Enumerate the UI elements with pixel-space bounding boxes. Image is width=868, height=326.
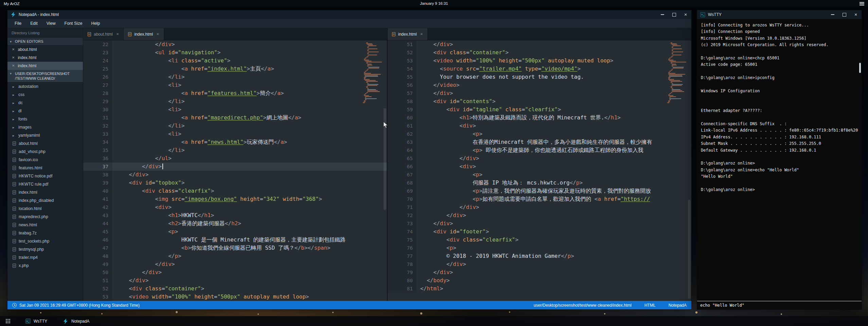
menu-item-font-size[interactable]: Font Size <box>60 19 87 28</box>
file-item[interactable]: index.html <box>7 188 83 196</box>
code-text: </div> <box>112 268 162 276</box>
file-item[interactable]: trailer.mp4 <box>7 253 83 262</box>
wstty-titlebar[interactable]: WsTTY ✕ <box>697 10 862 19</box>
file-item[interactable]: HKWTC rule.pdf <box>7 180 83 188</box>
code-editor-left[interactable]: 22 </div>23 <ul id="navigation">24 <li c… <box>83 40 387 301</box>
folder-item[interactable]: ▸fonts <box>7 115 83 123</box>
line-number: 38 <box>83 171 112 179</box>
file-item[interactable]: test_sockets.php <box>7 237 83 245</box>
open-editor-item[interactable]: ✕about.html <box>7 45 83 54</box>
mouse-cursor <box>383 121 389 129</box>
file-icon <box>13 215 16 219</box>
file-item[interactable]: about.html <box>7 139 83 148</box>
menu-item-file[interactable]: File <box>10 19 26 28</box>
code-line: 30 <li> <box>83 106 387 114</box>
line-number: 30 <box>83 106 112 114</box>
folder-item[interactable]: ▸dl <box>7 107 83 115</box>
code-text: <img src="images/box.png" height="342" w… <box>112 195 322 203</box>
taskbar-item-notepada[interactable]: NotepadA <box>61 316 91 326</box>
terminal-line: Subnet Mask . . . . . . . . . . . : 255.… <box>701 140 859 147</box>
file-item[interactable]: news.html <box>7 221 83 229</box>
tab-index.html[interactable]: index.html✕ <box>124 28 164 40</box>
code-line: 72 </div> <box>388 211 691 219</box>
line-number: 69 <box>388 187 417 195</box>
code-line: 46 HKWTC 是一個 Minecraft 的建築伺服器，主要建築計劃包括鐵路 <box>83 236 387 244</box>
folder-item[interactable]: ▸yamlyamlml <box>7 131 83 139</box>
file-icon <box>13 190 16 194</box>
file-item[interactable]: location.html <box>7 205 83 213</box>
terminal-icon <box>25 319 31 324</box>
file-item[interactable]: add_vhost.php <box>7 148 83 156</box>
tab-label: about.html <box>94 32 113 37</box>
code-line: 38 </div> <box>83 171 387 179</box>
open-editor-item[interactable]: ✕index.html <box>7 62 83 70</box>
code-line: 23 <ul id="navigation"> <box>83 49 387 57</box>
status-bar: Sat Jan 09 2021 16:29:49 GMT+0800 (Hong … <box>7 301 691 309</box>
open-editors-header[interactable]: ▾ OPEN EDITORS <box>7 37 83 45</box>
code-line: 32 </li> <box>83 122 387 130</box>
file-item[interactable]: mapredirect.php <box>7 213 83 221</box>
menu-item-help[interactable]: Help <box>87 19 104 28</box>
code-editor-right[interactable]: 51 </div>52 <div class="container">53 <v… <box>388 40 691 301</box>
file-item[interactable]: features.html <box>7 164 83 172</box>
file-item[interactable]: index.php_disabled <box>7 196 83 205</box>
file-item[interactable]: testmysql.php <box>7 245 83 253</box>
close-editor-icon[interactable]: ✕ <box>12 56 15 59</box>
system-menu-button[interactable] <box>859 1 865 6</box>
folder-item[interactable]: ▸images <box>7 123 83 131</box>
file-item[interactable]: teabag.7z <box>7 229 83 237</box>
close-editor-icon[interactable]: ✕ <box>12 64 15 68</box>
line-number: 61 <box>388 122 417 130</box>
workspace-root-header[interactable]: ▾ USER:/DESKTOP/SCREENSHOT /TEST/WWW CLE… <box>7 70 83 82</box>
file-item[interactable]: x.php <box>7 262 83 270</box>
tab-about.html[interactable]: about.html✕ <box>83 28 124 40</box>
maximize-button[interactable] <box>668 10 680 19</box>
code-line: 74 <div id="footer"> <box>388 228 691 236</box>
launcher-button[interactable] <box>0 316 16 326</box>
code-line: 49 </div> <box>83 260 387 268</box>
code-line: 29 </li> <box>83 97 387 106</box>
line-number: 25 <box>83 65 112 73</box>
file-item[interactable]: favicon.ico <box>7 156 83 164</box>
terminal-output: [info] Connecting to arozos WsTTY servic… <box>697 19 862 301</box>
code-text: </div> <box>417 211 466 219</box>
status-datetime: Sat Jan 09 2021 16:29:49 GMT+0800 (Hong … <box>19 303 140 308</box>
file-icon <box>392 32 395 36</box>
line-number: 23 <box>83 49 112 57</box>
window-title: WsTTY <box>708 12 722 17</box>
terminal-input[interactable]: echo "Hello World" <box>697 301 862 309</box>
menu-item-edit[interactable]: Edit <box>26 19 42 28</box>
file-item[interactable]: HKWTC notice.pdf <box>7 172 83 180</box>
scrollbar-thumb[interactable] <box>859 63 861 73</box>
notepada-titlebar[interactable]: NotepadA - index.html ✕ <box>7 10 691 19</box>
minimize-button[interactable] <box>827 10 838 19</box>
code-line: 65 </div> <box>388 154 691 162</box>
close-tab-icon[interactable]: ✕ <box>116 32 119 36</box>
close-button[interactable]: ✕ <box>680 10 691 19</box>
tab-index.html[interactable]: index.html✕ <box>388 28 428 40</box>
code-line: 33 <li> <box>83 130 387 138</box>
maximize-button[interactable] <box>838 10 850 19</box>
close-tab-icon[interactable]: ✕ <box>156 32 159 36</box>
folder-item[interactable]: ▸autostation <box>7 82 83 91</box>
code-line: 71 </div> <box>388 203 691 211</box>
line-number: 74 <box>388 228 417 236</box>
code-line: 52 <div class="container"> <box>388 49 691 57</box>
line-number: 75 <box>388 236 417 244</box>
minimize-button[interactable] <box>657 10 668 19</box>
code-text: </div> <box>417 219 453 228</box>
code-text: <p> 即使你不是建築師，你也能透過紅石師或鐵路工程師的身份加入我 <box>417 146 643 154</box>
close-button[interactable]: ✕ <box>850 10 862 19</box>
scrollbar-thumb[interactable] <box>688 200 691 299</box>
taskbar-item-wstty[interactable]: WsTTY <box>23 316 49 326</box>
open-editor-item[interactable]: ✕index.html <box>7 54 83 62</box>
file-icon <box>13 198 16 203</box>
folder-item[interactable]: ▸dc <box>7 99 83 107</box>
close-editor-icon[interactable]: ✕ <box>12 48 15 51</box>
folder-item[interactable]: ▸css <box>7 91 83 99</box>
close-tab-icon[interactable]: ✕ <box>420 32 423 36</box>
terminal-line: D:\golang\aroz online> <box>701 160 859 167</box>
menu-item-view[interactable]: View <box>42 19 60 28</box>
code-line: 27 <li> <box>83 81 387 89</box>
line-number: 22 <box>83 40 112 49</box>
